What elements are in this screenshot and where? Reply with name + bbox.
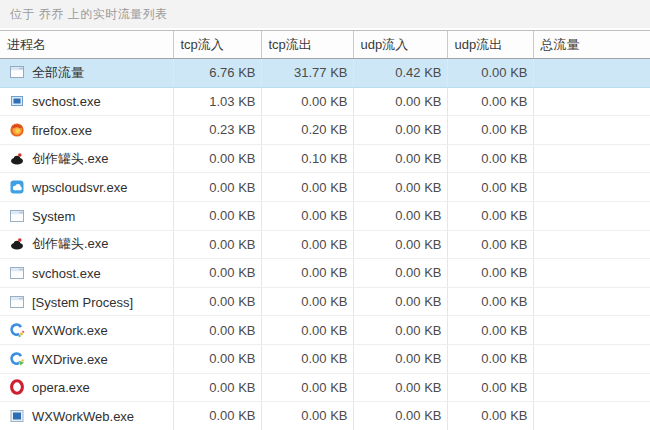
cell-udp-in: 0.00 KB	[353, 230, 447, 259]
panel-title: 位于 乔乔 上的实时流量列表	[0, 0, 650, 28]
wxdrive-icon	[9, 351, 25, 367]
table-row[interactable]: [System Process]0.00 KB0.00 KB0.00 KB0.0…	[0, 287, 650, 316]
process-name-cell: wpscloudsvr.exe	[0, 173, 173, 202]
cell-udp-in: 0.42 KB	[353, 59, 447, 88]
app-window-icon	[9, 265, 25, 281]
cell-tcp-out: 0.00 KB	[261, 259, 353, 288]
table-row[interactable]: 创作罐头.exe0.00 KB0.00 KB0.00 KB0.00 KB	[0, 230, 650, 259]
cell-tcp-out: 0.00 KB	[261, 316, 353, 345]
cell-udp-in: 0.00 KB	[353, 173, 447, 202]
cell-udp-in: 0.00 KB	[353, 259, 447, 288]
cell-tcp-in: 0.00 KB	[173, 173, 261, 202]
column-header-udp-out[interactable]: udp流出	[447, 31, 533, 59]
process-name: 创作罐头.exe	[32, 236, 109, 251]
table-row[interactable]: svchost.exe0.00 KB0.00 KB0.00 KB0.00 KB	[0, 259, 650, 288]
cell-tcp-in: 0.00 KB	[173, 287, 261, 316]
process-name: svchost.exe	[32, 266, 101, 281]
cell-tcp-in: 0.00 KB	[173, 230, 261, 259]
cell-tcp-out: 0.00 KB	[261, 173, 353, 202]
cell-udp-out: 0.00 KB	[447, 116, 533, 145]
cell-tcp-in: 0.00 KB	[173, 373, 261, 402]
cell-udp-out: 0.00 KB	[447, 144, 533, 173]
firefox-icon	[9, 122, 25, 138]
cell-tcp-in: 0.00 KB	[173, 316, 261, 345]
column-header-tcp-in[interactable]: tcp流入	[173, 31, 261, 59]
cell-udp-in: 0.00 KB	[353, 316, 447, 345]
cell-total	[533, 87, 650, 116]
process-name: opera.exe	[32, 380, 90, 395]
cell-udp-out: 0.00 KB	[447, 259, 533, 288]
process-name-cell: 创作罐头.exe	[0, 230, 173, 259]
all-traffic-window-icon	[9, 64, 25, 80]
cell-total	[533, 402, 650, 430]
table-row[interactable]: 创作罐头.exe0.00 KB0.10 KB0.00 KB0.00 KB	[0, 144, 650, 173]
table-row[interactable]: firefox.exe0.23 KB0.20 KB0.00 KB0.00 KB	[0, 116, 650, 145]
process-name: 全部流量	[32, 65, 84, 80]
table-row[interactable]: 全部流量6.76 KB31.77 KB0.42 KB0.00 KB	[0, 59, 650, 88]
process-name: WXDrive.exe	[32, 352, 108, 367]
cell-tcp-in: 0.00 KB	[173, 344, 261, 373]
cell-udp-in: 0.00 KB	[353, 144, 447, 173]
process-name-cell: WXDrive.exe	[0, 344, 173, 373]
process-name: wpscloudsvr.exe	[32, 180, 127, 195]
cell-tcp-out: 0.10 KB	[261, 144, 353, 173]
process-name-cell: svchost.exe	[0, 87, 173, 116]
app-window-icon	[9, 294, 25, 310]
process-name-cell: 创作罐头.exe	[0, 144, 173, 173]
cell-udp-out: 0.00 KB	[447, 316, 533, 345]
cell-total	[533, 373, 650, 402]
traffic-table: 进程名tcp流入tcp流出udp流入udp流出总流量 全部流量6.76 KB31…	[0, 30, 650, 430]
cell-tcp-in: 0.00 KB	[173, 402, 261, 430]
column-header-total[interactable]: 总流量	[533, 31, 650, 59]
process-name-cell: WXWork.exe	[0, 316, 173, 345]
cell-total	[533, 230, 650, 259]
column-header-name[interactable]: 进程名	[0, 31, 173, 59]
process-name-cell: System	[0, 201, 173, 230]
process-name-cell: 全部流量	[0, 59, 173, 88]
cell-tcp-out: 0.00 KB	[261, 201, 353, 230]
table-row[interactable]: wpscloudsvr.exe0.00 KB0.00 KB0.00 KB0.00…	[0, 173, 650, 202]
cell-udp-out: 0.00 KB	[447, 87, 533, 116]
cell-total	[533, 59, 650, 88]
cell-total	[533, 173, 650, 202]
cell-tcp-out: 0.00 KB	[261, 373, 353, 402]
process-name-cell: [System Process]	[0, 287, 173, 316]
cell-tcp-in: 1.03 KB	[173, 87, 261, 116]
cell-tcp-out: 0.00 KB	[261, 344, 353, 373]
table-row[interactable]: opera.exe0.00 KB0.00 KB0.00 KB0.00 KB	[0, 373, 650, 402]
table-row[interactable]: System0.00 KB0.00 KB0.00 KB0.00 KB	[0, 201, 650, 230]
cell-udp-in: 0.00 KB	[353, 402, 447, 430]
process-name: svchost.exe	[32, 94, 101, 109]
cell-tcp-out: 0.00 KB	[261, 402, 353, 430]
process-name-cell: opera.exe	[0, 373, 173, 402]
cell-udp-out: 0.00 KB	[447, 344, 533, 373]
column-header-tcp-out[interactable]: tcp流出	[261, 31, 353, 59]
table-row[interactable]: WXWork.exe0.00 KB0.00 KB0.00 KB0.00 KB	[0, 316, 650, 345]
column-header-udp-in[interactable]: udp流入	[353, 31, 447, 59]
cell-udp-out: 0.00 KB	[447, 373, 533, 402]
cell-total	[533, 344, 650, 373]
cell-udp-out: 0.00 KB	[447, 287, 533, 316]
table-row[interactable]: svchost.exe1.03 KB0.00 KB0.00 KB0.00 KB	[0, 87, 650, 116]
process-name-cell: WXWorkWeb.exe	[0, 402, 173, 430]
wps-cloud-icon	[9, 179, 25, 195]
table-row[interactable]: WXDrive.exe0.00 KB0.00 KB0.00 KB0.00 KB	[0, 344, 650, 373]
cell-udp-in: 0.00 KB	[353, 201, 447, 230]
process-name: System	[32, 209, 75, 224]
cell-tcp-out: 31.77 KB	[261, 59, 353, 88]
process-name: firefox.exe	[32, 123, 92, 138]
table-header: 进程名tcp流入tcp流出udp流入udp流出总流量	[0, 31, 650, 59]
cell-total	[533, 287, 650, 316]
cell-udp-in: 0.00 KB	[353, 373, 447, 402]
cell-tcp-in: 0.00 KB	[173, 201, 261, 230]
process-name: WXWorkWeb.exe	[32, 409, 134, 424]
cell-tcp-in: 6.76 KB	[173, 59, 261, 88]
cell-udp-in: 0.00 KB	[353, 287, 447, 316]
table-row[interactable]: WXWorkWeb.exe0.00 KB0.00 KB0.00 KB0.00 K…	[0, 402, 650, 430]
cell-udp-in: 0.00 KB	[353, 116, 447, 145]
process-name-cell: svchost.exe	[0, 259, 173, 288]
cell-tcp-in: 0.00 KB	[173, 144, 261, 173]
cell-tcp-out: 0.00 KB	[261, 87, 353, 116]
cell-total	[533, 316, 650, 345]
process-name-cell: firefox.exe	[0, 116, 173, 145]
